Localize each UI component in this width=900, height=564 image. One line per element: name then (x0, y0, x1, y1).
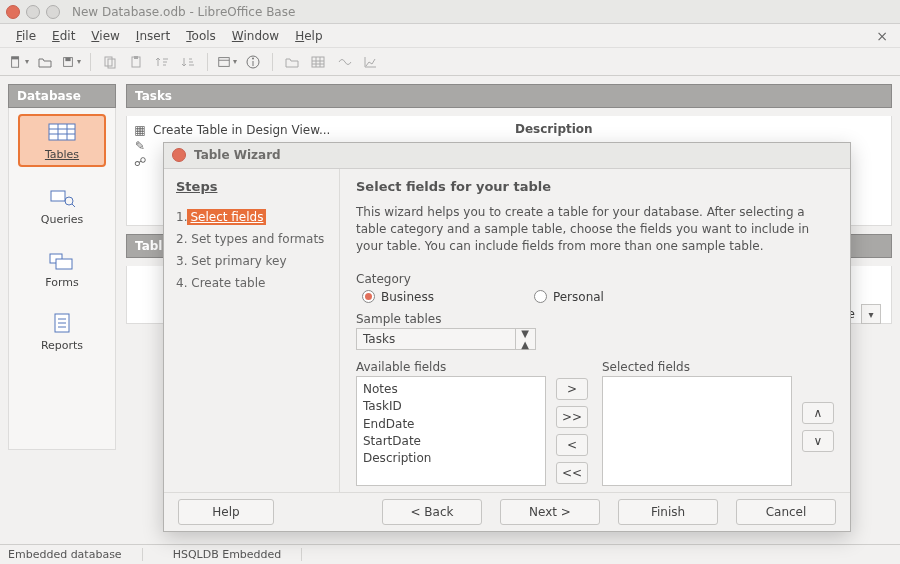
folder-button[interactable] (281, 51, 303, 73)
available-fields-column: Available fields Notes TaskID EndDate St… (356, 360, 546, 486)
info-button[interactable] (242, 51, 264, 73)
radio-personal[interactable]: Personal (534, 290, 604, 304)
list-item[interactable]: Description (363, 450, 539, 467)
list-item[interactable]: Notes (363, 381, 539, 398)
cancel-button[interactable]: Cancel (736, 499, 836, 525)
radio-business[interactable]: Business (362, 290, 434, 304)
move-down-button[interactable]: ∨ (802, 430, 834, 452)
finish-button[interactable]: Finish (618, 499, 718, 525)
open-button[interactable] (34, 51, 56, 73)
menu-file[interactable]: File (8, 27, 44, 45)
query-icon (47, 185, 77, 209)
wizard-buttonbar: Help < Back Next > Finish Cancel (164, 492, 850, 531)
available-fields-label: Available fields (356, 360, 546, 374)
database-sidebar: Database Tables Queries Forms (8, 84, 116, 536)
menu-insert[interactable]: Insert (128, 27, 178, 45)
chevron-down-icon: ▼▲ (515, 328, 529, 350)
combo-value: Tasks (363, 332, 395, 346)
wizard-body: Steps 1.Select fields 2. Set types and f… (164, 169, 850, 492)
toolbar-separator (207, 53, 208, 71)
menu-edit[interactable]: Edit (44, 27, 83, 45)
sidebar-item-forms[interactable]: Forms (18, 244, 106, 293)
sidebar-item-label: Reports (41, 339, 83, 352)
window-titlebar: New Database.odb - LibreOffice Base (0, 0, 900, 24)
sort-desc-button[interactable] (177, 51, 199, 73)
menu-window[interactable]: Window (224, 27, 287, 45)
paste-button[interactable] (125, 51, 147, 73)
toolbar-separator (272, 53, 273, 71)
sample-tables-combo[interactable]: Tasks ▼▲ (356, 328, 536, 350)
category-label: Category (356, 272, 834, 286)
copy-button[interactable] (99, 51, 121, 73)
svg-rect-23 (51, 191, 65, 201)
svg-rect-8 (219, 57, 229, 66)
selected-fields-label: Selected fields (602, 360, 792, 374)
table-icon (47, 120, 77, 144)
add-field-button[interactable]: > (556, 378, 588, 400)
table-wizard-dialog: Table Wizard Steps 1.Select fields 2. Se… (163, 142, 851, 532)
tasks-heading: Tasks (126, 84, 892, 108)
selected-fields-list[interactable] (602, 376, 792, 486)
list-item[interactable]: TaskID (363, 398, 539, 415)
sidebar-item-reports[interactable]: Reports (18, 307, 106, 356)
form-button[interactable] (216, 51, 238, 73)
window-title: New Database.odb - LibreOffice Base (72, 5, 295, 19)
statusbar: Embedded database HSQLDB Embedded (0, 544, 900, 564)
menu-tools[interactable]: Tools (178, 27, 224, 45)
chart-button[interactable] (359, 51, 381, 73)
wizard-form-panel: Select fields for your table This wizard… (340, 169, 850, 492)
remove-field-button[interactable]: < (556, 434, 588, 456)
description-heading: Description (515, 122, 879, 136)
wizard-page-heading: Select fields for your table (356, 179, 834, 194)
window-close-icon[interactable] (6, 5, 20, 19)
svg-rect-18 (49, 124, 75, 140)
wizard-steps-panel: Steps 1.Select fields 2. Set types and f… (164, 169, 340, 492)
sort-asc-button[interactable] (151, 51, 173, 73)
wizard-step-4[interactable]: 4. Create table (176, 274, 327, 292)
new-doc-button[interactable] (8, 51, 30, 73)
back-button[interactable]: < Back (382, 499, 482, 525)
window-maximize-icon[interactable] (46, 5, 60, 19)
list-item[interactable]: EndDate (363, 416, 539, 433)
wizard-close-icon[interactable] (172, 148, 186, 162)
available-fields-list[interactable]: Notes TaskID EndDate StartDate Descripti… (356, 376, 546, 486)
remove-all-fields-button[interactable]: << (556, 462, 588, 484)
document-close-icon[interactable]: × (872, 28, 892, 44)
field-mover-buttons: > >> < << (556, 378, 592, 484)
category-radios: Business Personal (356, 290, 834, 304)
radio-icon (534, 290, 547, 303)
grid-button[interactable] (307, 51, 329, 73)
sample-tables-label: Sample tables (356, 312, 834, 326)
help-button[interactable]: Help (178, 499, 274, 525)
task-create-design[interactable]: ▦ Create Table in Design View... (133, 122, 497, 138)
add-all-fields-button[interactable]: >> (556, 406, 588, 428)
window-minimize-icon[interactable] (26, 5, 40, 19)
wizard-step-2[interactable]: 2. Set types and formats (176, 230, 327, 248)
wand-icon: ✎ (133, 139, 147, 153)
wizard-step-3[interactable]: 3. Set primary key (176, 252, 327, 270)
sidebar-item-tables[interactable]: Tables (18, 114, 106, 167)
menu-help[interactable]: Help (287, 27, 330, 45)
svg-rect-13 (312, 57, 324, 67)
sidebar-item-label: Tables (45, 148, 79, 161)
relation-button[interactable] (333, 51, 355, 73)
move-up-button[interactable]: ∧ (802, 402, 834, 424)
link-icon: ☍ (133, 155, 147, 169)
report-icon (47, 311, 77, 335)
wizard-step-1[interactable]: 1.Select fields (176, 208, 327, 226)
next-button[interactable]: Next > (500, 499, 600, 525)
sidebar-item-label: Forms (45, 276, 78, 289)
view-mode-dropdown[interactable]: ▾ (861, 304, 881, 324)
status-engine: HSQLDB Embedded (173, 548, 303, 561)
menubar: File Edit View Insert Tools Window Help … (0, 24, 900, 48)
menu-view[interactable]: View (83, 27, 127, 45)
reorder-buttons: ∧ ∨ (802, 402, 834, 452)
field-picker: Available fields Notes TaskID EndDate St… (356, 360, 834, 486)
sidebar-item-queries[interactable]: Queries (18, 181, 106, 230)
radio-icon (362, 290, 375, 303)
list-item[interactable]: StartDate (363, 433, 539, 450)
radio-label: Business (381, 290, 434, 304)
save-button[interactable] (60, 51, 82, 73)
status-db-type: Embedded database (8, 548, 143, 561)
table-icon: ▦ (133, 123, 147, 137)
